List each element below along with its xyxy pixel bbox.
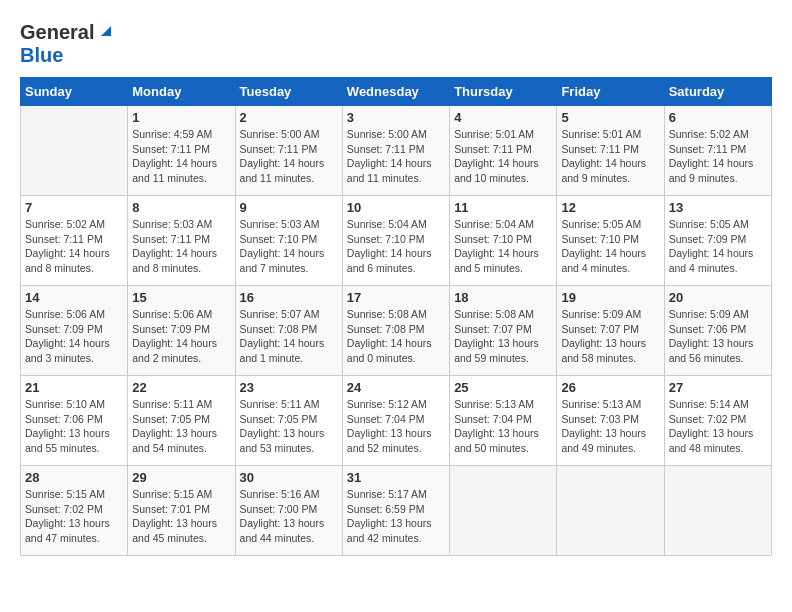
day-number: 5 bbox=[561, 110, 659, 125]
day-info: Sunrise: 5:04 AM Sunset: 7:10 PM Dayligh… bbox=[454, 217, 552, 276]
day-info: Sunrise: 5:03 AM Sunset: 7:10 PM Dayligh… bbox=[240, 217, 338, 276]
calendar-cell: 26Sunrise: 5:13 AM Sunset: 7:03 PM Dayli… bbox=[557, 376, 664, 466]
day-info: Sunrise: 5:10 AM Sunset: 7:06 PM Dayligh… bbox=[25, 397, 123, 456]
day-info: Sunrise: 5:13 AM Sunset: 7:04 PM Dayligh… bbox=[454, 397, 552, 456]
day-number: 22 bbox=[132, 380, 230, 395]
day-number: 25 bbox=[454, 380, 552, 395]
calendar-cell: 11Sunrise: 5:04 AM Sunset: 7:10 PM Dayli… bbox=[450, 196, 557, 286]
calendar-table: SundayMondayTuesdayWednesdayThursdayFrid… bbox=[20, 77, 772, 556]
day-number: 26 bbox=[561, 380, 659, 395]
day-info: Sunrise: 5:00 AM Sunset: 7:11 PM Dayligh… bbox=[347, 127, 445, 186]
calendar-cell: 16Sunrise: 5:07 AM Sunset: 7:08 PM Dayli… bbox=[235, 286, 342, 376]
day-number: 31 bbox=[347, 470, 445, 485]
day-number: 16 bbox=[240, 290, 338, 305]
calendar-week-row: 14Sunrise: 5:06 AM Sunset: 7:09 PM Dayli… bbox=[21, 286, 772, 376]
logo-general-text: General bbox=[20, 21, 94, 44]
day-number: 4 bbox=[454, 110, 552, 125]
calendar-cell bbox=[450, 466, 557, 556]
day-number: 2 bbox=[240, 110, 338, 125]
calendar-cell: 19Sunrise: 5:09 AM Sunset: 7:07 PM Dayli… bbox=[557, 286, 664, 376]
calendar-cell: 21Sunrise: 5:10 AM Sunset: 7:06 PM Dayli… bbox=[21, 376, 128, 466]
day-number: 12 bbox=[561, 200, 659, 215]
calendar-cell: 29Sunrise: 5:15 AM Sunset: 7:01 PM Dayli… bbox=[128, 466, 235, 556]
day-of-week-header: Sunday bbox=[21, 78, 128, 106]
day-info: Sunrise: 5:07 AM Sunset: 7:08 PM Dayligh… bbox=[240, 307, 338, 366]
day-info: Sunrise: 5:11 AM Sunset: 7:05 PM Dayligh… bbox=[132, 397, 230, 456]
day-info: Sunrise: 5:04 AM Sunset: 7:10 PM Dayligh… bbox=[347, 217, 445, 276]
logo-arrow-icon bbox=[97, 22, 115, 44]
day-info: Sunrise: 5:01 AM Sunset: 7:11 PM Dayligh… bbox=[454, 127, 552, 186]
day-number: 29 bbox=[132, 470, 230, 485]
calendar-cell bbox=[21, 106, 128, 196]
calendar-cell: 10Sunrise: 5:04 AM Sunset: 7:10 PM Dayli… bbox=[342, 196, 449, 286]
day-info: Sunrise: 5:13 AM Sunset: 7:03 PM Dayligh… bbox=[561, 397, 659, 456]
day-number: 27 bbox=[669, 380, 767, 395]
day-info: Sunrise: 5:15 AM Sunset: 7:02 PM Dayligh… bbox=[25, 487, 123, 546]
day-info: Sunrise: 5:11 AM Sunset: 7:05 PM Dayligh… bbox=[240, 397, 338, 456]
day-info: Sunrise: 5:16 AM Sunset: 7:00 PM Dayligh… bbox=[240, 487, 338, 546]
day-of-week-header: Tuesday bbox=[235, 78, 342, 106]
calendar-week-row: 7Sunrise: 5:02 AM Sunset: 7:11 PM Daylig… bbox=[21, 196, 772, 286]
day-number: 19 bbox=[561, 290, 659, 305]
calendar-cell: 28Sunrise: 5:15 AM Sunset: 7:02 PM Dayli… bbox=[21, 466, 128, 556]
day-info: Sunrise: 5:08 AM Sunset: 7:07 PM Dayligh… bbox=[454, 307, 552, 366]
day-number: 10 bbox=[347, 200, 445, 215]
calendar-week-row: 1Sunrise: 4:59 AM Sunset: 7:11 PM Daylig… bbox=[21, 106, 772, 196]
calendar-cell: 9Sunrise: 5:03 AM Sunset: 7:10 PM Daylig… bbox=[235, 196, 342, 286]
day-number: 20 bbox=[669, 290, 767, 305]
calendar-cell bbox=[664, 466, 771, 556]
day-info: Sunrise: 5:03 AM Sunset: 7:11 PM Dayligh… bbox=[132, 217, 230, 276]
day-number: 23 bbox=[240, 380, 338, 395]
day-info: Sunrise: 5:14 AM Sunset: 7:02 PM Dayligh… bbox=[669, 397, 767, 456]
calendar-cell: 17Sunrise: 5:08 AM Sunset: 7:08 PM Dayli… bbox=[342, 286, 449, 376]
day-number: 15 bbox=[132, 290, 230, 305]
day-info: Sunrise: 5:17 AM Sunset: 6:59 PM Dayligh… bbox=[347, 487, 445, 546]
calendar-cell: 18Sunrise: 5:08 AM Sunset: 7:07 PM Dayli… bbox=[450, 286, 557, 376]
day-number: 8 bbox=[132, 200, 230, 215]
calendar-body: 1Sunrise: 4:59 AM Sunset: 7:11 PM Daylig… bbox=[21, 106, 772, 556]
day-info: Sunrise: 5:12 AM Sunset: 7:04 PM Dayligh… bbox=[347, 397, 445, 456]
day-of-week-header: Saturday bbox=[664, 78, 771, 106]
calendar-cell: 13Sunrise: 5:05 AM Sunset: 7:09 PM Dayli… bbox=[664, 196, 771, 286]
page-header: General Blue bbox=[20, 20, 772, 67]
calendar-header: SundayMondayTuesdayWednesdayThursdayFrid… bbox=[21, 78, 772, 106]
calendar-cell: 7Sunrise: 5:02 AM Sunset: 7:11 PM Daylig… bbox=[21, 196, 128, 286]
day-number: 9 bbox=[240, 200, 338, 215]
day-number: 24 bbox=[347, 380, 445, 395]
calendar-cell: 5Sunrise: 5:01 AM Sunset: 7:11 PM Daylig… bbox=[557, 106, 664, 196]
day-info: Sunrise: 5:02 AM Sunset: 7:11 PM Dayligh… bbox=[25, 217, 123, 276]
svg-marker-0 bbox=[101, 26, 111, 36]
days-of-week-row: SundayMondayTuesdayWednesdayThursdayFrid… bbox=[21, 78, 772, 106]
calendar-cell: 14Sunrise: 5:06 AM Sunset: 7:09 PM Dayli… bbox=[21, 286, 128, 376]
day-of-week-header: Monday bbox=[128, 78, 235, 106]
logo: General Blue bbox=[20, 20, 115, 67]
calendar-cell: 20Sunrise: 5:09 AM Sunset: 7:06 PM Dayli… bbox=[664, 286, 771, 376]
day-info: Sunrise: 5:15 AM Sunset: 7:01 PM Dayligh… bbox=[132, 487, 230, 546]
calendar-cell: 24Sunrise: 5:12 AM Sunset: 7:04 PM Dayli… bbox=[342, 376, 449, 466]
calendar-cell: 6Sunrise: 5:02 AM Sunset: 7:11 PM Daylig… bbox=[664, 106, 771, 196]
day-of-week-header: Friday bbox=[557, 78, 664, 106]
calendar-cell bbox=[557, 466, 664, 556]
day-number: 3 bbox=[347, 110, 445, 125]
day-number: 13 bbox=[669, 200, 767, 215]
calendar-cell: 15Sunrise: 5:06 AM Sunset: 7:09 PM Dayli… bbox=[128, 286, 235, 376]
calendar-week-row: 21Sunrise: 5:10 AM Sunset: 7:06 PM Dayli… bbox=[21, 376, 772, 466]
day-number: 1 bbox=[132, 110, 230, 125]
day-info: Sunrise: 5:06 AM Sunset: 7:09 PM Dayligh… bbox=[132, 307, 230, 366]
day-number: 21 bbox=[25, 380, 123, 395]
day-number: 18 bbox=[454, 290, 552, 305]
day-of-week-header: Wednesday bbox=[342, 78, 449, 106]
day-of-week-header: Thursday bbox=[450, 78, 557, 106]
day-info: Sunrise: 5:09 AM Sunset: 7:06 PM Dayligh… bbox=[669, 307, 767, 366]
day-number: 17 bbox=[347, 290, 445, 305]
day-number: 7 bbox=[25, 200, 123, 215]
day-info: Sunrise: 5:00 AM Sunset: 7:11 PM Dayligh… bbox=[240, 127, 338, 186]
day-info: Sunrise: 5:06 AM Sunset: 7:09 PM Dayligh… bbox=[25, 307, 123, 366]
calendar-cell: 4Sunrise: 5:01 AM Sunset: 7:11 PM Daylig… bbox=[450, 106, 557, 196]
day-number: 11 bbox=[454, 200, 552, 215]
calendar-cell: 3Sunrise: 5:00 AM Sunset: 7:11 PM Daylig… bbox=[342, 106, 449, 196]
day-number: 30 bbox=[240, 470, 338, 485]
calendar-cell: 30Sunrise: 5:16 AM Sunset: 7:00 PM Dayli… bbox=[235, 466, 342, 556]
day-info: Sunrise: 4:59 AM Sunset: 7:11 PM Dayligh… bbox=[132, 127, 230, 186]
day-info: Sunrise: 5:01 AM Sunset: 7:11 PM Dayligh… bbox=[561, 127, 659, 186]
